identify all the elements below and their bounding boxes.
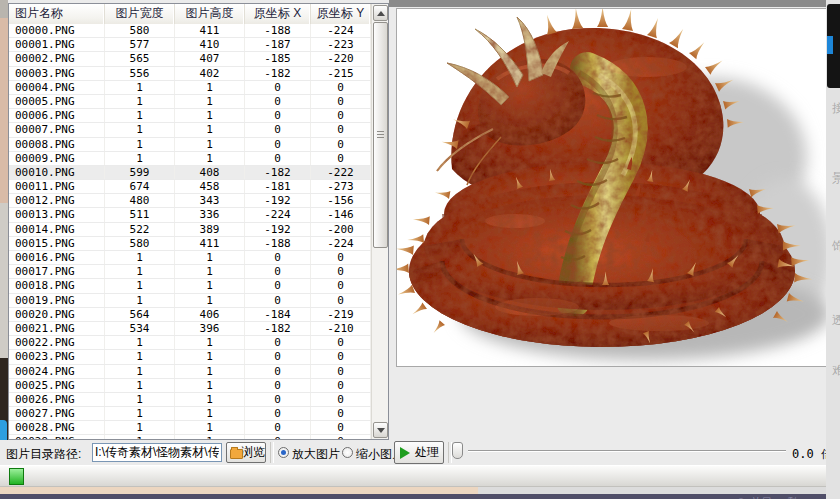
cell-height: 410 — [175, 38, 245, 51]
cell-coord-x: -192 — [245, 194, 311, 207]
cell-coord-x: 0 — [245, 435, 311, 439]
cell-coord-x: -187 — [245, 38, 311, 51]
cell-filename: 00020.PNG — [9, 308, 105, 321]
table-row[interactable]: 00000.PNG 580 411 -188 -224 — [9, 24, 371, 38]
table-row[interactable]: 00015.PNG 580 411 -188 -224 — [9, 237, 371, 251]
window-top-edge — [389, 0, 827, 7]
table-row[interactable]: 00029.PNG 1 1 0 0 — [9, 435, 371, 439]
table-row[interactable]: 00016.PNG 1 1 0 0 — [9, 251, 371, 265]
cell-height: 411 — [175, 237, 245, 250]
column-header-x[interactable]: 原坐标 X — [245, 4, 311, 24]
column-header-width[interactable]: 图片宽度 — [105, 4, 175, 24]
cell-width: 1 — [105, 95, 175, 108]
cell-height: 411 — [175, 24, 245, 37]
cell-width: 1 — [105, 421, 175, 434]
cell-width: 599 — [105, 166, 175, 179]
edge-glyph: 透 — [832, 312, 840, 329]
cell-coord-x: 0 — [245, 379, 311, 392]
cell-width: 1 — [105, 336, 175, 349]
cell-coord-x: 0 — [245, 350, 311, 363]
table-row[interactable]: 00013.PNG 511 336 -224 -146 — [9, 208, 371, 222]
table-row[interactable]: 00012.PNG 480 343 -192 -156 — [9, 194, 371, 208]
table-row[interactable]: 00017.PNG 1 1 0 0 — [9, 265, 371, 279]
cell-filename: 00011.PNG — [9, 180, 105, 193]
table-row[interactable]: 00023.PNG 1 1 0 0 — [9, 350, 371, 364]
cell-filename: 00017.PNG — [9, 265, 105, 278]
radio-enlarge-label[interactable]: 放大图片 — [292, 446, 340, 463]
column-header-name[interactable]: 图片名称 — [9, 4, 105, 24]
cell-filename: 00007.PNG — [9, 123, 105, 136]
zoom-slider-handle[interactable] — [452, 442, 463, 459]
cell-height: 336 — [175, 208, 245, 221]
cell-filename: 00027.PNG — [9, 407, 105, 420]
table-row[interactable]: 00002.PNG 565 407 -185 -220 — [9, 52, 371, 66]
table-row[interactable]: 00003.PNG 556 402 -182 -215 — [9, 67, 371, 81]
table-row[interactable]: 00009.PNG 1 1 0 0 — [9, 152, 371, 166]
cell-width: 577 — [105, 38, 175, 51]
table-row[interactable]: 00027.PNG 1 1 0 0 — [9, 407, 371, 421]
cell-coord-y: 0 — [311, 265, 371, 278]
cell-coord-y: -210 — [311, 322, 371, 335]
cell-filename: 00008.PNG — [9, 138, 105, 151]
cell-height: 1 — [175, 123, 245, 136]
cell-filename: 00022.PNG — [9, 336, 105, 349]
cell-coord-x: 0 — [245, 109, 311, 122]
table-body: 00000.PNG 580 411 -188 -224 00001.PNG 57… — [9, 24, 371, 439]
cell-filename: 00015.PNG — [9, 237, 105, 250]
cell-height: 1 — [175, 379, 245, 392]
cell-filename: 00024.PNG — [9, 365, 105, 378]
cell-coord-x: 0 — [245, 138, 311, 151]
table-row[interactable]: 00010.PNG 599 408 -182 -222 — [9, 166, 371, 180]
cell-coord-x: 0 — [245, 123, 311, 136]
table-row[interactable]: 00024.PNG 1 1 0 0 — [9, 365, 371, 379]
table-row[interactable]: 00006.PNG 1 1 0 0 — [9, 109, 371, 123]
cell-coord-y: 0 — [311, 350, 371, 363]
image-preview-panel — [396, 8, 828, 367]
cell-filename: 00021.PNG — [9, 322, 105, 335]
column-header-height[interactable]: 图片高度 — [175, 4, 245, 24]
cell-height: 1 — [175, 251, 245, 264]
table-row[interactable]: 00018.PNG 1 1 0 0 — [9, 279, 371, 293]
table-row[interactable]: 00004.PNG 1 1 0 0 — [9, 81, 371, 95]
cell-coord-y: -222 — [311, 166, 371, 179]
cell-coord-y: 0 — [311, 251, 371, 264]
cell-height: 1 — [175, 279, 245, 292]
table-row[interactable]: 00011.PNG 674 458 -181 -273 — [9, 180, 371, 194]
cell-coord-x: 0 — [245, 95, 311, 108]
browse-button[interactable]: 浏览 — [226, 442, 266, 463]
table-row[interactable]: 00001.PNG 577 410 -187 -223 — [9, 38, 371, 52]
table-row[interactable]: 00020.PNG 564 406 -184 -219 — [9, 308, 371, 322]
table-row[interactable]: 00026.PNG 1 1 0 0 — [9, 393, 371, 407]
cell-filename: 00000.PNG — [9, 24, 105, 37]
scrollbar-thumb[interactable] — [373, 22, 388, 248]
path-input[interactable] — [92, 443, 222, 462]
process-button[interactable]: 处理 — [394, 441, 444, 464]
vertical-scrollbar[interactable] — [371, 4, 388, 439]
radio-shrink[interactable] — [342, 447, 353, 458]
table-row[interactable]: 00021.PNG 534 396 -182 -210 — [9, 322, 371, 336]
cell-coord-x: 0 — [245, 336, 311, 349]
scroll-up-button[interactable] — [373, 5, 388, 21]
scroll-down-button[interactable] — [373, 422, 388, 438]
radio-enlarge[interactable] — [278, 447, 289, 458]
table-row[interactable]: 00022.PNG 1 1 0 0 — [9, 336, 371, 350]
cell-height: 1 — [175, 109, 245, 122]
background-window-fragment-right: 接景饰透难 — [826, 0, 840, 499]
cell-height: 1 — [175, 365, 245, 378]
cell-coord-x: -188 — [245, 237, 311, 250]
cell-width: 1 — [105, 407, 175, 420]
zoom-slider-track[interactable] — [468, 450, 786, 452]
table-row[interactable]: 00025.PNG 1 1 0 0 — [9, 379, 371, 393]
cell-coord-y: 0 — [311, 95, 371, 108]
fragment-light — [0, 203, 8, 358]
cell-filename: 00004.PNG — [9, 81, 105, 94]
table-row[interactable]: 00007.PNG 1 1 0 0 — [9, 123, 371, 137]
table-row[interactable]: 00028.PNG 1 1 0 0 — [9, 421, 371, 435]
cell-width: 1 — [105, 138, 175, 151]
table-row[interactable]: 00005.PNG 1 1 0 0 — [9, 95, 371, 109]
cell-coord-x: -181 — [245, 180, 311, 193]
table-row[interactable]: 00014.PNG 522 389 -192 -200 — [9, 223, 371, 237]
table-row[interactable]: 00019.PNG 1 1 0 0 — [9, 294, 371, 308]
column-header-y[interactable]: 原坐标 Y — [311, 4, 371, 24]
table-row[interactable]: 00008.PNG 1 1 0 0 — [9, 138, 371, 152]
